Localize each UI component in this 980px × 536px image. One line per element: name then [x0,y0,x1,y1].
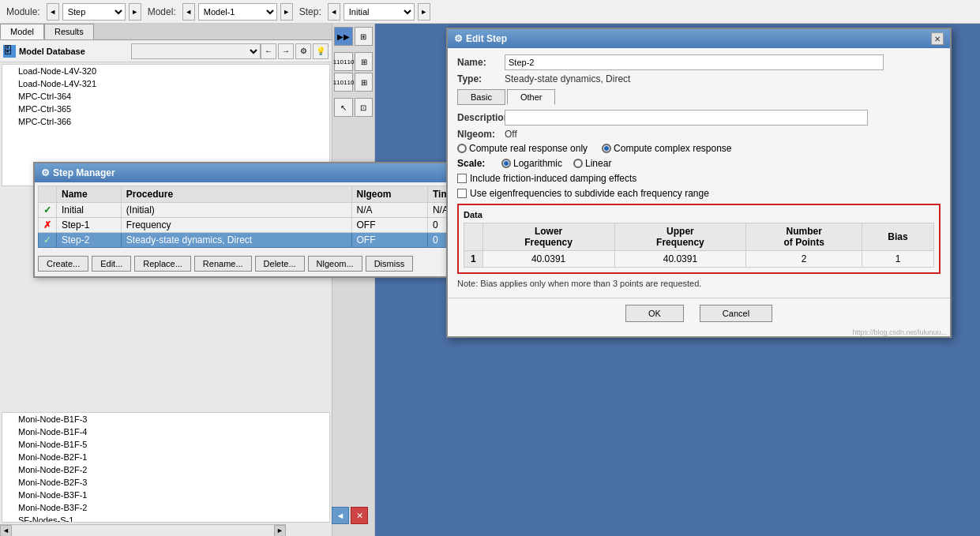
toolbar-btn-5[interactable]: 110110 [334,73,353,92]
module-prev-arrow[interactable]: ◄ [47,3,59,21]
tree-item[interactable]: Moni-Node-B2F-1 [2,451,329,463]
horizontal-scrollbar[interactable]: ◄ ► [0,524,286,536]
checkbox-box-eigenfreq [457,189,467,198]
cancel-button[interactable]: Cancel [700,305,772,322]
edit-button[interactable]: Edit... [92,256,131,272]
dismiss-button[interactable]: Dismiss [366,256,414,272]
col-upper-freq: UpperFrequency [614,223,746,251]
tree-item[interactable]: Moni-Node-B1F-3 [2,413,329,425]
tab-basic[interactable]: Basic [457,89,505,105]
model-db-dropdown[interactable] [131,43,261,59]
col-rownum [464,223,483,251]
step-row-selected[interactable]: ✓ Step-2 Steady-state dynamics, Direct O… [39,233,482,248]
tree-item[interactable]: Moni-Node-B2F-3 [2,476,329,489]
friction-row: Include friction-induced damping effects [457,173,941,184]
model-results-tabs: Model Results [0,24,332,40]
tree-item[interactable]: Moni-Node-B1F-4 [2,425,329,438]
tree-item[interactable]: MPC-Ctrl-364 [2,90,329,103]
compute-complex-label: Compute complex response [614,143,731,154]
toolbar-btn-1[interactable]: ▶▶ [334,27,353,46]
edit-step-body: Name: Type: Steady-state dynamics, Direc… [448,48,950,294]
model-db-title-text: Model Database [19,47,85,56]
name-row: Name: [457,54,941,70]
name-input[interactable] [505,54,884,70]
upper-freq-cell[interactable]: 40.0391 [614,251,746,268]
nlgeom-cell: N/A [351,203,427,218]
radio-compute-complex[interactable]: Compute complex response [602,143,731,154]
toolbar-btn-3[interactable]: 110110 [334,52,353,71]
scale-row: Scale: Logarithmic Linear [457,158,941,169]
step-select[interactable]: Initial [344,3,415,21]
scroll-track[interactable] [12,525,274,536]
step-row[interactable]: ✗ Step-1 Frequency OFF 0 [39,218,482,233]
checkbox-friction[interactable]: Include friction-induced damping effects [457,173,636,184]
tree-list-bottom[interactable]: Moni-Node-B1F-3 Moni-Node-B1F-4 Moni-Nod… [2,412,330,523]
radio-dot-linear [573,159,583,168]
radio-logarithmic[interactable]: Logarithmic [501,158,562,169]
logarithmic-label: Logarithmic [513,158,562,169]
step-col-procedure: Procedure [121,186,351,203]
table-row[interactable]: 1 40.0391 40.0391 2 1 [464,251,934,268]
data-section-label: Data [464,210,934,219]
edit-step-close-button[interactable]: ✕ [931,32,944,45]
ok-button[interactable]: OK [625,305,684,322]
step-next-arrow[interactable]: ► [418,3,430,21]
replace-button[interactable]: Replace... [134,256,191,272]
tree-item[interactable]: MPC-Ctrl-366 [2,115,329,128]
toolbar-btn-4[interactable]: ⊞ [355,52,373,71]
scroll-right-arrow[interactable]: ► [274,525,286,537]
url-bar: https://blog.csdn.net/lulunuu... [448,328,950,336]
tree-item[interactable]: Moni-Node-B3F-2 [2,501,329,514]
model-prev-arrow[interactable]: ◄ [182,3,195,21]
description-input[interactable] [505,110,868,126]
nlgeom-button[interactable]: Nlgeom... [308,256,362,272]
create-button[interactable]: Create... [38,256,88,272]
scale-label: Scale: [457,158,497,169]
num-points-cell[interactable]: 2 [746,251,862,268]
tree-item[interactable]: Moni-Node-B1F-5 [2,438,329,451]
delete-button[interactable]: Delete... [255,256,305,272]
step-row[interactable]: ✓ Initial (Initial) N/A N/A [39,203,482,218]
bias-cell[interactable]: 1 [862,251,934,268]
tab-results[interactable]: Results [44,24,94,39]
eigenfreq-row: Use eigenfrequencies to subdivide each f… [457,188,941,199]
tree-item[interactable]: Moni-Node-B2F-2 [2,463,329,476]
edit-step-title-bar: ⚙ Edit Step ✕ [448,29,950,48]
tree-item[interactable]: Moni-Node-B3F-1 [2,489,329,501]
model-db-btn1[interactable]: ← [261,43,276,59]
module-next-arrow[interactable]: ► [129,3,141,21]
type-row: Type: Steady-state dynamics, Direct [457,73,941,84]
model-db-btn2[interactable]: → [278,43,294,59]
tab-other[interactable]: Other [507,89,556,105]
rename-button[interactable]: Rename... [194,256,252,272]
radio-linear[interactable]: Linear [573,158,611,169]
checkbox-eigenfreq[interactable]: Use eigenfrequencies to subdivide each f… [457,188,709,199]
model-select[interactable]: Model-1 [198,3,277,21]
radio-compute-real[interactable]: Compute real response only [457,143,588,154]
dialog-footer: OK Cancel [448,298,950,328]
model-db-btn4[interactable]: 💡 [313,43,329,59]
scroll-left-arrow[interactable]: ◄ [0,525,12,537]
lower-freq-cell[interactable]: 40.0391 [482,251,614,268]
tree-item[interactable]: Load-Node-L4V-321 [2,77,329,90]
tab-model[interactable]: Model [0,24,44,39]
toolbar-btn-8[interactable]: ⊡ [355,98,374,117]
model-label: Model: [145,6,179,17]
nlgeom-value: Off [505,129,517,140]
toolbar-btn-2[interactable]: ⊞ [355,27,374,46]
step-prev-arrow[interactable]: ◄ [328,3,340,21]
note-text: Note: Bias applies only when more than 3… [457,279,941,288]
nav-left-arrow[interactable]: ◄ [332,507,349,524]
toolbar-btn-6[interactable]: ⊞ [355,73,373,92]
model-next-arrow[interactable]: ► [280,3,293,21]
tree-item[interactable]: Load-Node-L4V-320 [2,65,329,77]
tree-item[interactable]: MPC-Ctrl-365 [2,103,329,115]
module-select[interactable]: Step [62,3,126,21]
status-cell: ✓ [39,203,57,218]
toolbar-btn-7[interactable]: ↖ [334,98,353,117]
model-db-btn3[interactable]: ⚙ [295,43,311,59]
model-db-header: 🗄 Model Database ← → ⚙ 💡 [0,40,332,62]
nav-stop-button[interactable]: ✕ [351,507,368,524]
tree-item[interactable]: SF-Nodes-S-1 [2,514,329,523]
edit-step-title-text: Edit Step [466,33,507,44]
